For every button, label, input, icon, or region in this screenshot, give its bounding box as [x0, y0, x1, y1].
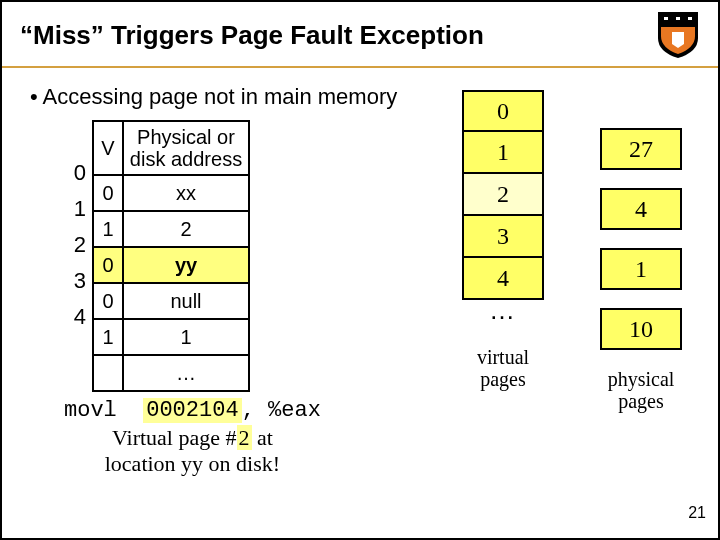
- rowlabel-3: 3: [56, 268, 86, 294]
- svg-rect-0: [661, 15, 695, 27]
- instruction-block: movl 0002104, %eax Virtual page #2 at lo…: [64, 398, 321, 478]
- instr-rest: , %eax: [242, 398, 321, 423]
- physical-pages-column: 27 4 1 10 physical pages: [600, 128, 682, 412]
- vpage-0: 0: [462, 90, 544, 132]
- desc-line1a: Virtual page #: [112, 425, 237, 450]
- pt-row-4: 1 1: [93, 319, 249, 355]
- vpage-3: 3: [462, 216, 544, 258]
- pt-v-2: 0: [93, 247, 123, 283]
- slide-number: 21: [688, 504, 706, 522]
- pt-addr-1: 2: [123, 211, 249, 247]
- pt-header-v: V: [93, 121, 123, 175]
- page-table: V Physical or disk address 0 xx 1 2 0 yy…: [92, 120, 250, 392]
- instr-mnemonic: movl: [64, 398, 117, 423]
- pt-addr-3: null: [123, 283, 249, 319]
- rowlabel-2: 2: [56, 232, 86, 258]
- ppage-2: 1: [600, 248, 682, 290]
- vpage-2-highlighted: 2: [462, 174, 544, 216]
- virtual-pages-column: 0 1 2 3 4 … virtual pages: [462, 90, 544, 390]
- desc-line2: location yy on disk!: [105, 451, 280, 476]
- pt-row-1: 1 2: [93, 211, 249, 247]
- svg-rect-1: [664, 17, 668, 20]
- rowlabel-4: 4: [56, 304, 86, 330]
- rowlabel-1: 1: [56, 196, 86, 222]
- vpage-dots: …: [462, 300, 544, 336]
- pt-addr-4: 1: [123, 319, 249, 355]
- ppage-3: 10: [600, 308, 682, 350]
- svg-rect-2: [676, 17, 680, 20]
- pt-row-tail: …: [93, 355, 249, 391]
- ppage-1: 4: [600, 188, 682, 230]
- pt-row-2-highlighted: 0 yy: [93, 247, 249, 283]
- svg-rect-3: [688, 17, 692, 20]
- desc-line1c: at: [252, 425, 273, 450]
- pt-addr-2: yy: [123, 247, 249, 283]
- instr-arg-highlighted: 0002104: [143, 398, 241, 423]
- vpages-label: virtual pages: [462, 346, 544, 390]
- bullet-content: Accessing page not in main memory: [43, 84, 398, 109]
- slide-title: “Miss” Triggers Page Fault Exception: [20, 20, 656, 51]
- vpage-4: 4: [462, 258, 544, 300]
- rowlabel-0: 0: [56, 160, 86, 186]
- princeton-shield-icon: [656, 10, 700, 60]
- ppage-0: 27: [600, 128, 682, 170]
- pt-v-3: 0: [93, 283, 123, 319]
- ppages-label: physical pages: [600, 368, 682, 412]
- pt-row-0: 0 xx: [93, 175, 249, 211]
- vpage-1: 1: [462, 132, 544, 174]
- desc-line1b-highlighted: 2: [237, 425, 252, 450]
- pt-row-3: 0 null: [93, 283, 249, 319]
- pt-v-1: 1: [93, 211, 123, 247]
- pt-tail: …: [123, 355, 249, 391]
- pt-header-addr: Physical or disk address: [123, 121, 249, 175]
- bullet-text: • Accessing page not in main memory: [30, 84, 698, 110]
- pt-v-4: 1: [93, 319, 123, 355]
- pt-v-0: 0: [93, 175, 123, 211]
- pt-addr-0: xx: [123, 175, 249, 211]
